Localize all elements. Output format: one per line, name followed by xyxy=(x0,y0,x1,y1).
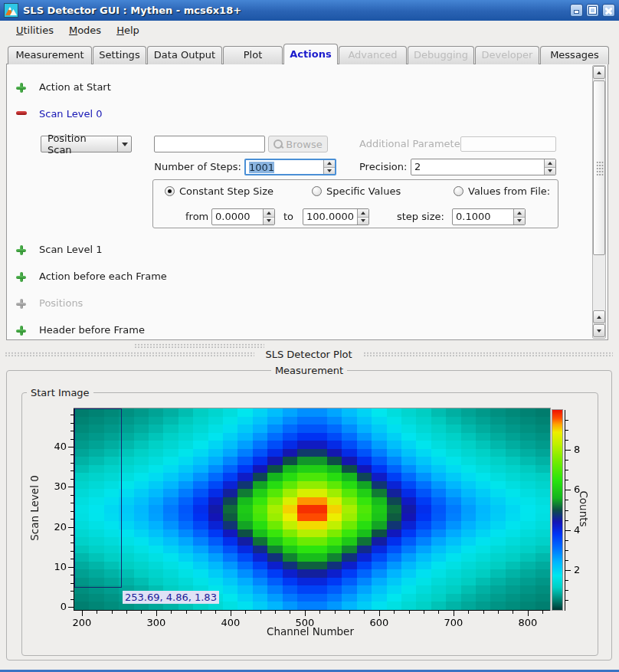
specific-values-radio[interactable] xyxy=(312,186,322,196)
expand-plus-icon[interactable] xyxy=(16,245,26,255)
window-title: SLS Detector GUI : Mythen - mcs6x18+ xyxy=(23,5,241,16)
tab-messages[interactable]: Messages xyxy=(540,46,609,64)
additional-parameter-label: Additional Parameter: xyxy=(359,138,467,150)
y-axis-title: Scan Level 0 xyxy=(28,474,41,542)
values-from-file-label[interactable]: Values from File: xyxy=(468,185,550,198)
minimize-icon[interactable] xyxy=(570,4,583,17)
step-size-spinbox[interactable]: 0.1000 xyxy=(452,208,526,225)
zoom-selection-rect xyxy=(74,408,122,588)
to-label: to xyxy=(283,211,293,223)
spinner-buttons[interactable] xyxy=(323,160,335,174)
scan-mode-select[interactable]: Position Scan xyxy=(41,136,132,152)
scan-level-1-header[interactable]: Scan Level 1 xyxy=(39,244,102,256)
collapse-minus-icon[interactable] xyxy=(16,111,27,115)
spinner-buttons[interactable] xyxy=(544,159,555,175)
tab-bar: Measurement Settings Data Output Plot Ac… xyxy=(8,44,610,64)
expand-plus-icon[interactable] xyxy=(16,272,26,282)
menu-modes[interactable]: Modes xyxy=(61,23,109,38)
tab-debugging: Debugging xyxy=(408,46,474,64)
spin-up-icon[interactable] xyxy=(514,209,525,218)
dock-title-texture xyxy=(5,352,254,357)
constant-step-label[interactable]: Constant Step Size xyxy=(179,185,273,198)
scroll-down-icon[interactable] xyxy=(593,324,605,337)
tab-settings[interactable]: Settings xyxy=(93,46,146,64)
magnifier-icon xyxy=(273,139,283,149)
scroll-up-icon[interactable] xyxy=(593,66,605,79)
expand-plus-icon[interactable] xyxy=(16,83,26,93)
menu-help[interactable]: Help xyxy=(109,23,147,38)
positions-header: Positions xyxy=(39,297,83,310)
spin-down-icon[interactable] xyxy=(324,168,335,175)
action-at-start-header[interactable]: Action at Start xyxy=(39,81,111,93)
colorbar-frame xyxy=(552,409,563,611)
scan-script-input[interactable] xyxy=(154,136,265,152)
tab-measurement[interactable]: Measurement xyxy=(8,46,92,64)
to-spinbox[interactable]: 100.0000 xyxy=(303,208,369,225)
spin-down-icon[interactable] xyxy=(264,218,274,225)
chevron-down-icon[interactable] xyxy=(117,136,131,152)
heatmap-canvas[interactable] xyxy=(74,408,550,610)
menu-bar: Utilities Modes Help xyxy=(2,21,617,39)
additional-parameter-input xyxy=(460,136,556,152)
app-window: SLS Detector GUI : Mythen - mcs6x18+ Uti… xyxy=(0,0,619,672)
tab-advanced: Advanced xyxy=(339,46,407,64)
cursor-readout: 253.69, 4.86, 1.83 xyxy=(123,591,219,604)
step-size-value: 0.1000 xyxy=(453,209,513,225)
precision-label: Precision: xyxy=(359,161,407,173)
tab-plot[interactable]: Plot xyxy=(223,46,283,64)
vertical-scrollbar[interactable] xyxy=(592,65,606,339)
values-from-file-radio[interactable] xyxy=(454,186,463,196)
spin-up-icon[interactable] xyxy=(324,160,335,168)
browse-button: Browse xyxy=(268,136,328,152)
from-label: from xyxy=(185,211,208,223)
tab-actions[interactable]: Actions xyxy=(283,44,338,64)
splitter-handle[interactable] xyxy=(134,343,264,349)
step-mode-groupbox: Constant Step Size Specific Values Value… xyxy=(152,179,558,228)
close-icon[interactable] xyxy=(602,4,615,17)
app-icon xyxy=(4,3,18,18)
spin-down-icon[interactable] xyxy=(358,218,368,225)
maximize-icon[interactable] xyxy=(586,4,599,17)
scroll-up-icon[interactable] xyxy=(593,310,605,323)
expand-plus-icon[interactable] xyxy=(16,326,26,336)
step-size-label: step size: xyxy=(397,211,444,223)
precision-spinbox[interactable]: 2 xyxy=(411,159,556,175)
from-spinbox[interactable]: 0.0000 xyxy=(211,208,275,225)
precision-value: 2 xyxy=(411,159,544,175)
dock-title-texture xyxy=(363,352,613,357)
start-image-title: Start Image xyxy=(27,387,93,398)
steps-value: 1001 xyxy=(249,162,274,173)
scan-mode-value: Position Scan xyxy=(41,133,117,156)
plot-dock: SLS Detector Plot Measurement Start Imag… xyxy=(0,342,619,672)
specific-values-label[interactable]: Specific Values xyxy=(326,185,401,198)
number-of-steps-label: Number of Steps: xyxy=(152,161,241,173)
colorbar-title: Counts xyxy=(578,490,590,527)
measurement-group-title: Measurement xyxy=(271,365,347,376)
number-of-steps-spinbox[interactable]: 1001 xyxy=(244,159,336,175)
x-axis-title: Channel Number xyxy=(230,625,391,638)
dock-title: SLS Detector Plot xyxy=(254,349,362,360)
spin-up-icon[interactable] xyxy=(264,209,274,218)
actions-pane: Action at Start Scan Level 0 Position Sc… xyxy=(6,64,608,340)
title-bar[interactable]: SLS Detector GUI : Mythen - mcs6x18+ xyxy=(0,0,619,21)
heatmap-frame xyxy=(74,408,551,611)
spin-down-icon[interactable] xyxy=(545,168,555,175)
tab-developer: Developer xyxy=(475,46,539,64)
constant-step-radio[interactable] xyxy=(165,186,175,196)
expand-plus-icon-disabled xyxy=(16,299,26,309)
spin-down-icon[interactable] xyxy=(514,218,525,225)
spinner-buttons[interactable] xyxy=(263,209,274,225)
header-before-frame-header[interactable]: Header before Frame xyxy=(39,324,145,336)
scan-level-0-header[interactable]: Scan Level 0 xyxy=(39,108,102,120)
spin-up-icon[interactable] xyxy=(358,209,368,218)
scrollbar-thumb[interactable] xyxy=(593,80,605,255)
to-value: 100.0000 xyxy=(303,209,357,225)
menu-utilities[interactable]: Utilities xyxy=(8,23,61,38)
action-before-frame-header[interactable]: Action before each Frame xyxy=(39,270,167,283)
from-value: 0.0000 xyxy=(212,209,263,225)
tab-data-output[interactable]: Data Output xyxy=(147,46,222,64)
spinner-buttons[interactable] xyxy=(357,209,368,225)
spin-up-icon[interactable] xyxy=(545,159,555,168)
spinner-buttons[interactable] xyxy=(513,209,525,225)
dock-title-bar[interactable]: SLS Detector Plot xyxy=(5,349,613,360)
